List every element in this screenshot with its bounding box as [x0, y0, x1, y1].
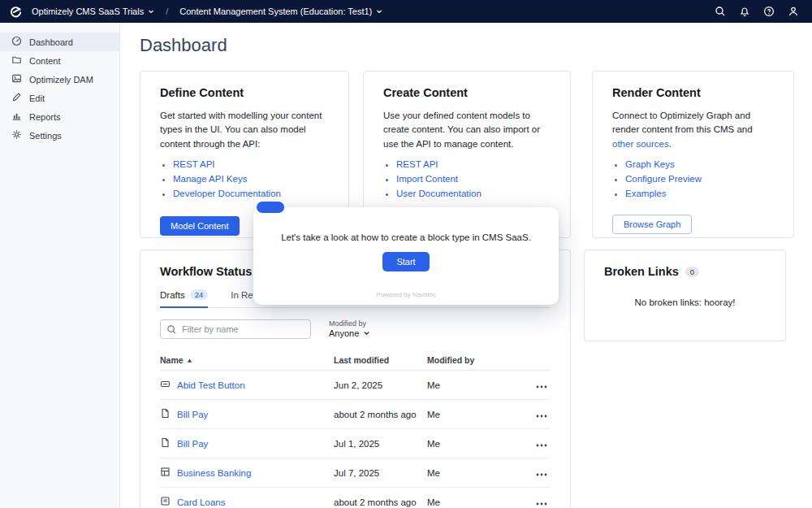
tour-message: Let's take a look at how to create a blo… — [253, 232, 559, 242]
sort-by-name-header[interactable]: Name — [160, 355, 192, 365]
table-block-icon — [160, 467, 171, 479]
manage-api-keys-link[interactable]: Manage API Keys — [173, 174, 247, 184]
model-content-button[interactable]: Model Content — [160, 216, 240, 236]
table-row: Card Loans about 2 months ago Me — [160, 488, 551, 508]
row-actions-menu-icon[interactable] — [533, 442, 551, 449]
sidebar-item-settings[interactable]: Settings — [0, 126, 119, 145]
list-item: Configure Preview — [625, 174, 774, 184]
render-content-card: Render Content Connect to Optimizely Gra… — [592, 71, 794, 238]
rest-api-link[interactable]: REST API — [173, 159, 215, 169]
configure-preview-link[interactable]: Configure Preview — [625, 174, 702, 184]
chevron-down-icon — [376, 7, 382, 16]
search-icon[interactable] — [715, 6, 726, 17]
table-row: Business Banking Jul 7, 2025 Me — [160, 458, 551, 488]
row-actions-menu-icon[interactable] — [533, 384, 551, 390]
tour-highlight-pill — [257, 202, 284, 213]
table-row: Abid Test Button Jun 2, 2025 Me — [160, 371, 551, 400]
modified-by-value: Anyone — [329, 328, 359, 338]
sidebar-item-label: Edit — [29, 93, 45, 103]
filter-by-name-input[interactable] — [160, 319, 311, 339]
modified-by-cell: Me — [427, 488, 508, 508]
list-item: REST API — [396, 159, 551, 169]
pencil-icon — [11, 92, 22, 104]
content-item-link[interactable]: Card Loans — [177, 497, 225, 507]
drafts-count-badge: 24 — [190, 289, 209, 300]
modified-by-cell: Me — [427, 371, 508, 400]
graph-keys-link[interactable]: Graph Keys — [625, 159, 675, 169]
import-content-link[interactable]: Import Content — [396, 174, 458, 184]
list-item: Manage API Keys — [173, 174, 329, 184]
card-title: Define Content — [160, 86, 329, 99]
modified-by-cell: Me — [427, 429, 508, 458]
browse-graph-button[interactable]: Browse Graph — [612, 215, 692, 234]
card-link-list: Graph Keys Configure Preview Examples — [625, 159, 774, 198]
powered-by-navattic-label: Powered by Navattic — [253, 291, 559, 298]
list-item: Import Content — [396, 174, 551, 184]
project-switcher[interactable]: Content Management System (Education: Te… — [179, 7, 382, 16]
row-actions-menu-icon[interactable] — [533, 413, 551, 419]
broken-links-count-badge: 0 — [685, 267, 699, 277]
chevron-down-icon — [363, 328, 370, 338]
tab-drafts[interactable]: Drafts 24 — [160, 289, 208, 308]
help-icon[interactable] — [763, 6, 775, 17]
sidebar-item-dashboard[interactable]: Dashboard — [0, 33, 119, 51]
sidebar-item-label: Settings — [29, 131, 62, 141]
last-modified-cell: about 2 months ago — [334, 488, 427, 508]
modified-by-label: Modified by — [329, 319, 370, 328]
workflow-table: Name Last modified Modified by Abid Test… — [160, 350, 551, 508]
sidebar-item-label: Optimizely DAM — [29, 75, 93, 85]
tour-start-button[interactable]: Start — [382, 252, 429, 271]
modified-by-dropdown[interactable]: Anyone — [329, 328, 370, 338]
dashboard-gauge-icon — [11, 36, 22, 48]
chevron-down-icon — [148, 7, 154, 16]
modified-by-cell: Me — [427, 458, 508, 488]
main-content: Dashboard Define Content Get started wit… — [120, 23, 812, 508]
card-link-list: REST API Import Content User Documentati… — [396, 159, 551, 198]
other-sources-link[interactable]: other sources — [612, 139, 669, 149]
card-body: Use your defined content models to creat… — [383, 109, 551, 151]
sidebar-item-reports[interactable]: Reports — [0, 107, 119, 126]
org-name: Optimizely CMS SaaS Trials — [32, 7, 144, 16]
card-title: Broken Links — [604, 265, 679, 278]
table-row: Bill Pay about 2 months ago Me — [160, 400, 551, 429]
notifications-bell-icon[interactable] — [739, 6, 750, 17]
modified-by-filter: Modified by Anyone — [329, 319, 370, 338]
page-title: Dashboard — [140, 35, 227, 56]
list-item: Developer Documentation — [173, 189, 329, 198]
org-switcher[interactable]: Optimizely CMS SaaS Trials — [32, 7, 154, 16]
page-icon — [160, 437, 171, 449]
user-account-icon[interactable] — [788, 6, 799, 17]
sidebar-item-content[interactable]: Content — [0, 51, 119, 70]
row-actions-menu-icon[interactable] — [533, 471, 551, 478]
gear-icon — [11, 129, 22, 141]
sidebar: Dashboard Content Optimizely DAM Edit Re… — [0, 23, 120, 508]
rest-api-link[interactable]: REST API — [396, 159, 438, 169]
optimizely-logo-icon — [10, 6, 22, 18]
topbar: Optimizely CMS SaaS Trials / Content Man… — [0, 0, 812, 23]
last-modified-header: Last modified — [334, 350, 427, 371]
sidebar-item-optimizely-dam[interactable]: Optimizely DAM — [0, 70, 119, 89]
search-icon — [166, 323, 177, 338]
developer-documentation-link[interactable]: Developer Documentation — [173, 189, 281, 198]
content-item-link[interactable]: Business Banking — [177, 468, 251, 478]
examples-link[interactable]: Examples — [625, 189, 667, 198]
block-icon — [160, 496, 171, 508]
workflow-filter-row: Modified by Anyone — [160, 319, 551, 339]
content-folder-icon — [11, 54, 22, 67]
button-block-icon — [160, 379, 171, 391]
card-body: Get started with modelling your content … — [160, 109, 329, 151]
user-documentation-link[interactable]: User Documentation — [396, 189, 482, 198]
list-item: Graph Keys — [625, 159, 774, 169]
content-item-link[interactable]: Bill Pay — [177, 410, 208, 419]
page-icon — [160, 408, 171, 420]
last-modified-cell: Jul 7, 2025 — [334, 458, 427, 488]
project-name: Content Management System (Education: Te… — [179, 7, 372, 16]
content-item-link[interactable]: Bill Pay — [177, 439, 208, 449]
row-actions-menu-icon[interactable] — [533, 501, 551, 507]
bar-chart-icon — [11, 111, 22, 123]
tour-popup: Let's take a look at how to create a blo… — [253, 207, 559, 305]
sidebar-item-edit[interactable]: Edit — [0, 89, 119, 107]
last-modified-cell: Jun 2, 2025 — [334, 371, 427, 400]
last-modified-cell: about 2 months ago — [334, 400, 427, 429]
content-item-link[interactable]: Abid Test Button — [177, 380, 245, 390]
